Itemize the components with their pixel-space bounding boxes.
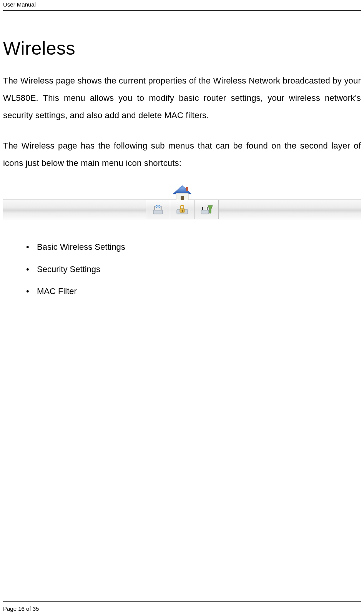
footer-label: Page 16 of 35 [3,605,361,612]
intro-paragraph-1: The Wireless page shows the current prop… [3,72,361,124]
svg-rect-5 [153,210,163,214]
svg-rect-3 [186,187,188,191]
svg-rect-13 [201,210,209,214]
svg-rect-12 [182,211,183,212]
header-label: User Manual [3,0,361,10]
page-title: Wireless [3,38,361,59]
svg-marker-0 [173,186,191,194]
footer-rule [3,601,361,602]
basic-wireless-icon [146,200,170,219]
list-item: Basic Wireless Settings [26,240,361,254]
intro-paragraph-2: The Wireless page has the following sub … [3,137,361,172]
security-icon [170,200,194,219]
submenu-figure [3,185,361,228]
list-item: MAC Filter [26,284,361,298]
submenu-bullet-list: Basic Wireless Settings Security Setting… [3,237,361,298]
list-item: Security Settings [26,262,361,276]
mac-filter-icon [194,200,219,219]
